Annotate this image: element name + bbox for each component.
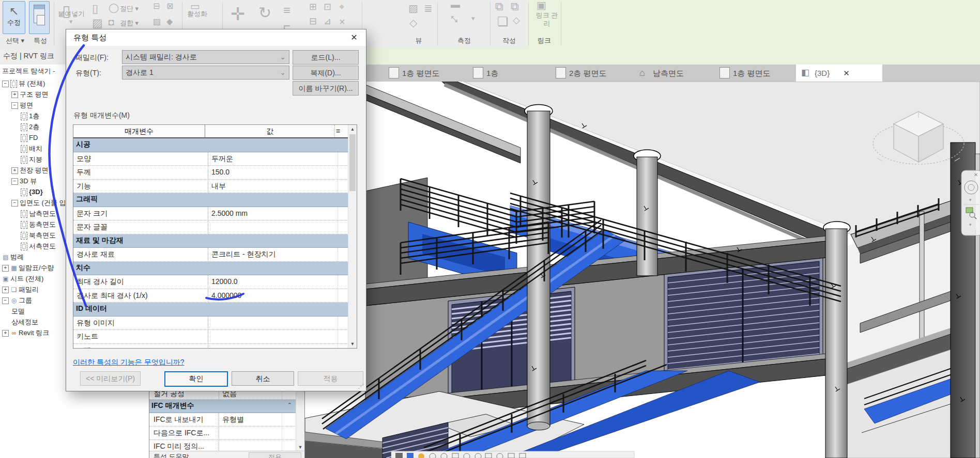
parameter-value[interactable]: 콘크리트 - 현장치기 xyxy=(208,248,338,261)
parameter-row[interactable]: 두께150.0 xyxy=(73,166,357,180)
tree-item[interactable]: 1층 xyxy=(0,110,66,121)
tree-item[interactable]: 2층 xyxy=(0,121,66,132)
table-scrollbar[interactable]: ▲ ▼ xyxy=(348,125,357,348)
view-tab[interactable]: 1층 평면도 xyxy=(384,65,462,82)
tree-item[interactable]: +∞Revit 링크 xyxy=(0,327,66,338)
section-header-row[interactable]: 치수⌃ xyxy=(73,262,357,276)
expand-icon[interactable]: + xyxy=(11,167,18,174)
palette-section-header[interactable]: IFC 매개변수 ⌃ xyxy=(149,400,304,413)
parameter-value[interactable]: 12000.0 xyxy=(208,275,338,289)
copy-icon[interactable]: ▯ xyxy=(92,3,98,14)
view-tab[interactable]: 1층 xyxy=(468,65,535,82)
select-panel-label[interactable]: 선택 ▾ xyxy=(0,36,30,46)
expand-icon[interactable]: + xyxy=(2,330,9,337)
parameter-value[interactable]: 2.5000 mm xyxy=(208,207,338,220)
parameter-row[interactable]: 문자 글꼴 xyxy=(73,220,357,234)
tree-item[interactable]: 북측면도 xyxy=(0,230,66,241)
palette-apply-button[interactable]: 적용 xyxy=(249,452,301,458)
parameter-row[interactable]: 키노트 xyxy=(73,330,357,344)
collapse-icon[interactable]: − xyxy=(2,297,9,304)
dialog-close-icon[interactable]: ✕ xyxy=(346,31,362,44)
parameter-row[interactable]: 문자 크기2.5000 mm xyxy=(73,207,357,221)
palette-value[interactable] xyxy=(219,427,282,439)
apply-button[interactable]: 적용 xyxy=(298,371,363,386)
tree-item[interactable]: ▣시트 (전체) xyxy=(0,273,66,284)
parameter-row[interactable]: 경사로 최대 경사 (1/x)4.000000 xyxy=(73,289,357,303)
expand-icon[interactable]: + xyxy=(2,287,9,293)
cut-geometry-icon[interactable]: ◯ xyxy=(109,3,119,12)
parameter-value[interactable] xyxy=(208,330,338,343)
palette-row[interactable]: 다음으로 IFC로... xyxy=(149,427,304,440)
load-button[interactable]: 로드(L)... xyxy=(293,50,359,65)
view-tab-active[interactable]: ◧{3D}✕ xyxy=(796,65,882,82)
tree-item[interactable]: −◎그룹 xyxy=(0,295,66,306)
tree-item[interactable]: FD xyxy=(0,132,66,143)
align-icon[interactable]: ≡ xyxy=(283,4,290,17)
delete-icon[interactable]: × xyxy=(339,17,345,27)
tree-item[interactable]: 동측면도 xyxy=(0,219,66,230)
legend-component-icon[interactable]: ⧉ xyxy=(495,1,503,12)
collapse-icon[interactable]: − xyxy=(11,178,18,185)
parameter-row[interactable]: 기능내부 xyxy=(73,180,357,194)
view-tab[interactable]: 1층 평면도 xyxy=(714,65,792,82)
parameter-value[interactable] xyxy=(208,317,338,330)
view-control-bar[interactable] xyxy=(391,451,634,458)
collapse-chevron-icon[interactable]: ⌃ xyxy=(287,402,292,408)
array-icon[interactable]: ⊞ xyxy=(309,2,317,11)
measure-icon[interactable]: ↔ xyxy=(446,7,466,28)
parameter-value[interactable] xyxy=(208,220,338,234)
activate-label[interactable]: 활성화 xyxy=(187,9,207,19)
palette-row[interactable]: IFC로 내보내기유형별 xyxy=(149,413,304,427)
collapse-icon[interactable]: − xyxy=(11,200,18,207)
expand-icon[interactable]: + xyxy=(2,265,9,272)
parameter-row[interactable]: 모델 xyxy=(73,344,357,349)
assembly-icon[interactable]: ◇ xyxy=(513,15,520,25)
properties-help-link[interactable]: 이러한 특성의 기능은 무엇입니까? xyxy=(73,358,184,367)
view-tab[interactable]: 2층 평면도 xyxy=(550,65,629,82)
parameter-row[interactable]: 경사로 재료콘크리트 - 현장치기 xyxy=(73,248,357,262)
parameter-value[interactable]: 내부 xyxy=(208,180,338,193)
collapse-icon[interactable]: − xyxy=(11,102,18,109)
modify-button[interactable]: ↖ 수정 xyxy=(3,1,25,34)
measure-dropdown-icon[interactable]: ▾ xyxy=(471,14,475,22)
group-edit-icon[interactable]: ⊟ xyxy=(309,17,317,26)
paint-icon[interactable]: ▨ xyxy=(153,18,161,26)
round-column[interactable] xyxy=(637,157,657,276)
tree-item[interactable]: {3D} xyxy=(0,186,66,197)
tree-item[interactable]: +구조 평면 xyxy=(0,89,66,100)
type-combo[interactable]: 경사로 1⌄ xyxy=(122,66,289,80)
rename-button[interactable]: 이름 바꾸기(R)... xyxy=(293,81,359,96)
round-column[interactable] xyxy=(825,229,847,458)
override-graphics-icon[interactable]: ▨ xyxy=(408,3,418,13)
tree-item[interactable]: 모델 xyxy=(0,306,66,317)
tree-item[interactable]: 남측면도 xyxy=(0,208,66,219)
dialog-title-bar[interactable]: 유형 특성 ✕ xyxy=(66,29,366,46)
tree-item[interactable]: +▦일람표/수량 xyxy=(0,262,66,273)
paste-dropdown-icon[interactable]: ▾ xyxy=(69,18,73,25)
group-create-icon[interactable]: ⧉ xyxy=(511,1,519,12)
tree-item[interactable]: +❏패밀리 xyxy=(0,284,66,295)
properties-button[interactable] xyxy=(29,1,50,34)
tree-item[interactable]: −3D 뷰 xyxy=(0,176,66,186)
palette-value[interactable]: 유형별 xyxy=(219,413,282,426)
parameter-value[interactable]: 두꺼운 xyxy=(208,152,338,166)
expand-icon[interactable]: + xyxy=(11,91,18,98)
offset-icon[interactable]: ⊠ xyxy=(166,2,173,10)
duplicate-button[interactable]: 복제(D)... xyxy=(293,66,359,80)
parameter-value[interactable]: 4.000000 xyxy=(208,289,338,303)
similar-create-icon[interactable]: ❏ xyxy=(497,15,509,28)
tree-item[interactable]: −평면 xyxy=(0,100,66,110)
isolate-icon[interactable]: ◇ xyxy=(409,18,417,28)
palette-scrollbar[interactable]: ▼ xyxy=(296,389,304,451)
coping-icon[interactable]: ⊟ xyxy=(153,2,160,10)
mirror-icon[interactable]: ⊡ xyxy=(324,2,331,11)
tree-item[interactable]: 배치 xyxy=(0,143,66,154)
hide-icon[interactable]: ≣ xyxy=(424,3,433,13)
manage-links-label[interactable]: 링크 관리 xyxy=(535,11,558,28)
manage-links-icon[interactable]: ▣ xyxy=(537,0,546,10)
tree-item[interactable]: 상세정보 xyxy=(0,317,66,327)
tab-close-icon[interactable]: ✕ xyxy=(843,69,850,77)
ok-button[interactable]: 확인 xyxy=(164,371,228,387)
view-tab[interactable]: ⌂남측면도 xyxy=(634,65,711,82)
section-header-row[interactable]: 재료 및 마감재⌃ xyxy=(73,234,357,248)
